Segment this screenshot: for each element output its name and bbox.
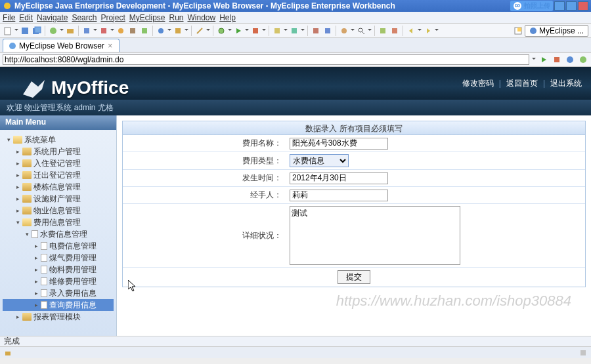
tree-fee-water[interactable]: ▾水费信息管理 [3, 228, 114, 240]
tree-report[interactable]: ▸报表管理模块 [3, 311, 114, 323]
tool-k-dropdown[interactable] [301, 26, 305, 36]
back-icon[interactable] [406, 26, 416, 36]
tree-facility[interactable]: ▸设施财产管理 [3, 193, 114, 205]
tree-fee-repair[interactable]: ▸维修费用管理 [3, 275, 114, 287]
url-tool-b[interactable] [565, 54, 575, 65]
tree-sysuser[interactable]: ▸系统用户管理 [3, 146, 114, 157]
tool-h-dropdown[interactable] [167, 26, 171, 36]
tool-k-icon[interactable] [289, 26, 299, 36]
forward-dropdown[interactable] [435, 26, 439, 36]
tool-a-icon[interactable] [48, 26, 58, 36]
tree-fee[interactable]: ▾费用信息管理 [3, 216, 114, 228]
menu-navigate[interactable]: Navigate [37, 13, 68, 22]
menu-project[interactable]: Project [100, 13, 125, 22]
url-input[interactable] [3, 54, 529, 65]
menu-file[interactable]: File [3, 13, 15, 22]
tool-a-dropdown[interactable] [60, 26, 64, 36]
tree-checkin[interactable]: ▸入住登记管理 [3, 157, 114, 169]
svg-point-16 [219, 28, 224, 33]
tool-i-icon[interactable] [173, 26, 183, 36]
wand-dropdown[interactable] [206, 26, 210, 36]
input-fee-name[interactable] [290, 138, 388, 150]
tool-f-icon[interactable] [127, 26, 138, 36]
tree-checkout[interactable]: ▸迁出登记管理 [3, 169, 114, 181]
debug-dropdown[interactable] [228, 26, 232, 36]
tool-d-dropdown[interactable] [110, 26, 114, 36]
textarea-detail[interactable]: 测试 [290, 206, 460, 265]
tool-m-icon[interactable] [322, 26, 333, 36]
svg-text:∞: ∞ [515, 1, 521, 10]
menu-run[interactable]: Run [169, 13, 183, 22]
tool-e-icon[interactable] [116, 26, 126, 36]
browser-tab[interactable]: MyEclipse Web Browser × [3, 39, 120, 52]
tree-property[interactable]: ▸物业信息管理 [3, 205, 114, 216]
menu-window[interactable]: Window [188, 13, 216, 22]
label-fee-name: 费用名称： [123, 135, 287, 152]
tool-c-icon[interactable] [81, 26, 92, 36]
menu-help[interactable]: Help [219, 13, 236, 22]
tool-i-dropdown[interactable] [185, 26, 188, 36]
tree-root[interactable]: ▾系统菜单 [3, 134, 114, 146]
save-all-icon[interactable] [32, 26, 42, 36]
wand-icon[interactable] [194, 26, 205, 36]
close-button[interactable] [578, 1, 588, 10]
ext-tools-dropdown[interactable] [262, 26, 266, 36]
search-dropdown[interactable] [368, 26, 372, 36]
tree-building[interactable]: ▸楼栋信息管理 [3, 181, 114, 193]
save-icon[interactable] [20, 26, 30, 36]
tool-p-icon[interactable] [389, 26, 400, 36]
input-date[interactable] [290, 172, 388, 184]
new-dropdown[interactable] [14, 26, 18, 36]
close-tab-icon[interactable]: × [107, 43, 114, 49]
run-dropdown[interactable] [245, 26, 249, 36]
tool-j-icon[interactable] [272, 26, 282, 36]
perspective-switch-icon[interactable] [513, 26, 523, 36]
run-icon[interactable] [233, 26, 244, 36]
url-history-dropdown[interactable] [532, 54, 536, 65]
tree-fee-gas[interactable]: ▸煤气费用管理 [3, 252, 114, 264]
svg-rect-26 [392, 28, 397, 33]
input-handler[interactable] [290, 190, 388, 201]
back-dropdown[interactable] [418, 26, 422, 36]
perspective-button[interactable]: MyEclipse ... [525, 25, 588, 37]
link-home[interactable]: 返回首页 [506, 78, 538, 89]
tool-c-dropdown[interactable] [93, 26, 97, 36]
tool-l-icon[interactable] [311, 26, 321, 36]
tool-n-icon[interactable] [339, 26, 349, 36]
bottom-tool-a[interactable] [3, 348, 13, 358]
svg-point-14 [158, 28, 164, 33]
menu-search[interactable]: Search [72, 13, 97, 22]
bird-icon [20, 75, 46, 101]
tool-b-icon[interactable] [65, 26, 76, 36]
tool-n-dropdown[interactable] [351, 26, 355, 36]
submit-button[interactable]: 提交 [338, 270, 370, 284]
menu-edit[interactable]: Edit [19, 13, 33, 22]
tree-fee-material[interactable]: ▸物料费用管理 [3, 264, 114, 275]
go-button[interactable] [538, 54, 549, 65]
tool-g-icon[interactable] [139, 26, 150, 36]
link-logout[interactable]: 退出系统 [550, 78, 582, 89]
url-tool-a[interactable] [552, 54, 562, 65]
url-tool-c[interactable] [578, 54, 588, 65]
select-fee-type[interactable]: 水费信息 [290, 154, 349, 167]
tool-h-icon[interactable] [156, 26, 166, 36]
search-icon[interactable] [356, 26, 366, 36]
bottom-tool-b[interactable] [578, 348, 588, 358]
maximize-button[interactable] [566, 1, 577, 10]
tool-d-icon[interactable] [98, 26, 109, 36]
forward-icon[interactable] [423, 26, 433, 36]
label-detail: 详细状况： [123, 204, 287, 267]
debug-icon[interactable] [216, 26, 227, 36]
menu-myeclipse[interactable]: MyEclipse [129, 13, 165, 22]
tree-fee-entry[interactable]: ▸录入费用信息 [3, 287, 114, 299]
tool-j-dropdown[interactable] [284, 26, 288, 36]
url-bar [0, 52, 591, 67]
tool-o-icon[interactable] [378, 26, 388, 36]
minimize-button[interactable] [554, 1, 565, 10]
tree-fee-query[interactable]: ▸查询费用信息 [3, 299, 114, 311]
new-icon[interactable] [3, 26, 13, 36]
tree-fee-elec[interactable]: ▸电费信息管理 [3, 240, 114, 252]
ext-tools-icon[interactable] [250, 26, 261, 36]
link-change-password[interactable]: 修改密码 [462, 78, 494, 89]
cloud-upload-widget[interactable]: ∞ 拍照上传 [510, 1, 553, 11]
